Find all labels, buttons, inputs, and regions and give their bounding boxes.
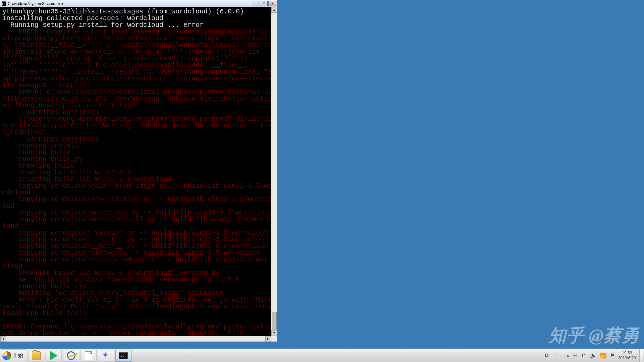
tray-screen-icon[interactable]: 🖥 xyxy=(544,353,549,359)
horizontal-scrollbar[interactable]: ◄ ► xyxy=(0,336,271,342)
cmd-titlebar[interactable]: C:\ C:\windows\system32\cmd.exe — ▢ ✕ xyxy=(0,0,277,7)
tray-volume-icon[interactable]: 🔈 xyxy=(590,352,597,359)
taskbar-media-player[interactable] xyxy=(46,350,62,362)
start-label: 开始 xyxy=(12,352,23,359)
scroll-thumb[interactable] xyxy=(272,312,277,329)
tray-separator xyxy=(563,351,563,360)
task-icons: C: xyxy=(28,350,131,362)
scroll-left-icon[interactable]: ◄ xyxy=(0,336,6,342)
clock-date: 2019/6/23 xyxy=(618,356,636,361)
clock-time: 19:59 xyxy=(618,351,636,356)
taskbar-cmd[interactable]: C: xyxy=(115,350,131,362)
cmd-window: C:\ C:\windows\system32\cmd.exe — ▢ ✕ yt… xyxy=(0,0,277,342)
tray-battery-icon[interactable]: 🗋 xyxy=(581,353,587,359)
watermark: 知乎 @蔡勇 xyxy=(549,324,639,347)
close-button[interactable]: ✕ xyxy=(268,1,276,6)
cmd-body[interactable]: ython\python35-32\lib\site-packages (fro… xyxy=(0,7,277,342)
document-icon xyxy=(85,351,92,360)
terminal-output-error: ERROR: Complete output from command 'c:\… xyxy=(2,28,275,342)
cmd-icon: C:\ xyxy=(2,1,6,6)
terminal-output-white: ython\python35-32\lib\site-packages (fro… xyxy=(2,8,275,28)
folder-icon xyxy=(32,351,41,360)
taskbar-document[interactable] xyxy=(80,350,97,362)
cmd-title: C:\windows\system32\cmd.exe xyxy=(8,1,251,6)
taskbar-feishu[interactable] xyxy=(98,350,114,362)
tray-ime-icon[interactable]: 中 xyxy=(573,352,578,359)
tray-flag-icon[interactable]: ⚑ xyxy=(610,352,615,359)
desktop: C:\ C:\windows\system32\cmd.exe — ▢ ✕ yt… xyxy=(0,0,644,362)
terminal-icon: C: xyxy=(119,352,128,359)
minimize-button[interactable]: — xyxy=(251,1,259,6)
scroll-down-icon[interactable]: ▼ xyxy=(271,330,277,336)
ie-icon xyxy=(67,351,75,360)
vertical-scrollbar[interactable]: ▲ ▼ xyxy=(271,7,277,342)
tray-network-icon[interactable]: 📶 xyxy=(600,352,607,359)
scroll-up-icon[interactable]: ▲ xyxy=(271,7,277,13)
tray-clock[interactable]: 19:59 2019/6/23 xyxy=(618,351,636,361)
maximize-button[interactable]: ▢ xyxy=(260,1,268,6)
play-icon xyxy=(50,351,57,360)
tray-help-icon[interactable]: ❔ xyxy=(553,352,559,359)
windows-logo-icon xyxy=(2,351,11,360)
system-tray: 🖥 ❔ ▴ 中 🗋 🔈 📶 ⚑ 19:59 2019/6/23 xyxy=(541,349,644,362)
tray-chevron-icon[interactable]: ▴ xyxy=(567,352,569,359)
bird-icon xyxy=(102,351,110,360)
taskbar-file-explorer[interactable] xyxy=(28,350,44,362)
show-desktop-button[interactable] xyxy=(639,349,643,362)
taskbar: 开始 C: 🖥 ❔ ▴ 中 🗋 🔈 📶 ⚑ 19:59 2019/6/23 xyxy=(0,349,644,362)
taskbar-internet-explorer[interactable] xyxy=(63,350,79,362)
start-button[interactable]: 开始 xyxy=(1,349,26,362)
scroll-right-icon[interactable]: ► xyxy=(265,336,271,342)
